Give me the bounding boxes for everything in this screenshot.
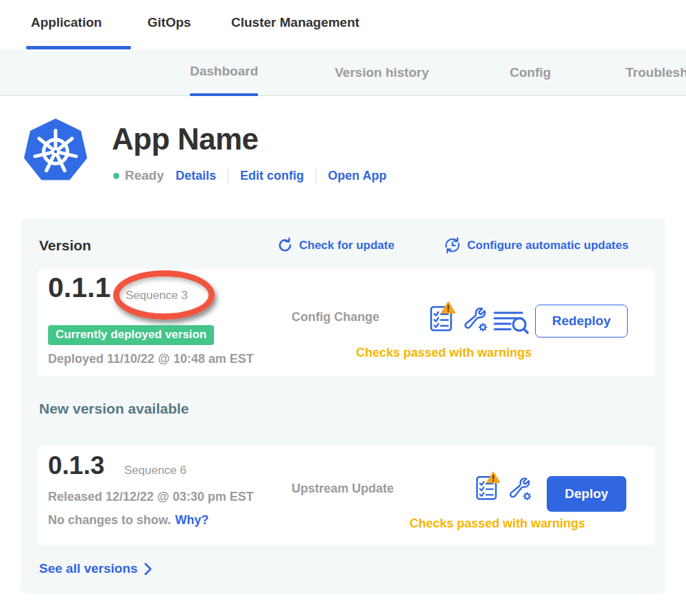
see-all-versions-label: See all versions bbox=[39, 561, 138, 576]
edit-config-link[interactable]: Edit config bbox=[240, 169, 304, 183]
subtab-dashboard[interactable]: Dashboard bbox=[190, 49, 258, 96]
app-title: App Name bbox=[112, 122, 259, 156]
tab-application[interactable]: Application bbox=[31, 15, 102, 30]
divider bbox=[228, 168, 228, 183]
open-app-link[interactable]: Open App bbox=[328, 169, 386, 183]
no-changes-row: No changes to show.Why? bbox=[48, 513, 209, 528]
see-all-versions-link[interactable]: See all versions bbox=[39, 561, 152, 576]
current-version-card: 0.1.1 Sequence 3 Currently deployed vers… bbox=[38, 269, 655, 376]
current-checks-status: Checks passed with warnings bbox=[286, 346, 602, 360]
chevron-right-icon bbox=[144, 562, 152, 576]
wrench-config-icon[interactable] bbox=[508, 476, 533, 502]
subtab-version-history[interactable]: Version history bbox=[335, 49, 429, 96]
current-source-label: Config Change bbox=[292, 310, 379, 324]
preflight-checks-icon[interactable] bbox=[475, 471, 500, 501]
version-panel-title: Version bbox=[39, 237, 91, 254]
page: Application GitOps Cluster Management Da… bbox=[0, 0, 686, 616]
refresh-icon bbox=[276, 237, 294, 254]
divider bbox=[316, 168, 316, 183]
wrench-config-icon[interactable] bbox=[463, 306, 489, 333]
app-status-row: Ready Details Edit config Open App bbox=[113, 167, 386, 185]
details-link[interactable]: Details bbox=[176, 169, 216, 183]
redeploy-button[interactable]: Redeploy bbox=[535, 305, 628, 337]
new-version-sequence: Sequence 6 bbox=[124, 464, 187, 477]
new-version-heading: New version available bbox=[39, 401, 189, 417]
deployed-timestamp: Deployed 11/10/22 @ 10:48 am EST bbox=[48, 352, 254, 366]
status-label: Ready bbox=[125, 168, 164, 183]
preflight-checks-icon[interactable] bbox=[429, 300, 456, 333]
configure-auto-updates-label: Configure automatic updates bbox=[467, 239, 628, 252]
new-version-card: 0.1.3 Sequence 6 Released 12/12/22 @ 03:… bbox=[38, 446, 655, 545]
currently-deployed-badge: Currently deployed version bbox=[48, 325, 214, 345]
sequence-annotation-ellipse bbox=[113, 270, 215, 320]
view-logs-icon[interactable] bbox=[493, 310, 529, 335]
check-for-update-link[interactable]: Check for update bbox=[276, 237, 394, 254]
released-timestamp: Released 12/12/22 @ 03:30 pm EST bbox=[48, 490, 254, 504]
tab-cluster-management[interactable]: Cluster Management bbox=[231, 15, 359, 30]
tab-gitops[interactable]: GitOps bbox=[147, 15, 191, 30]
auto-update-clock-icon bbox=[443, 236, 462, 254]
why-link[interactable]: Why? bbox=[175, 513, 209, 527]
kubernetes-logo-icon bbox=[24, 118, 87, 184]
new-version-number: 0.1.3 bbox=[48, 451, 104, 480]
no-changes-text: No changes to show. bbox=[48, 513, 171, 527]
check-for-update-label: Check for update bbox=[299, 239, 394, 252]
configure-auto-updates-link[interactable]: Configure automatic updates bbox=[443, 236, 628, 254]
top-nav: Application GitOps Cluster Management bbox=[0, 0, 686, 49]
status-dot-icon bbox=[113, 173, 119, 179]
version-panel: Version Check for update Confi bbox=[21, 218, 665, 594]
subtab-config[interactable]: Config bbox=[510, 49, 551, 96]
sub-nav: Dashboard Version history Config Trouble… bbox=[0, 49, 686, 96]
subtab-troubleshoot[interactable]: Troubleshoot bbox=[626, 49, 686, 96]
new-checks-status: Checks passed with warnings bbox=[340, 517, 655, 531]
deploy-button[interactable]: Deploy bbox=[547, 476, 626, 512]
current-version-number: 0.1.1 bbox=[48, 272, 110, 304]
new-source-label: Upstream Update bbox=[292, 482, 394, 496]
